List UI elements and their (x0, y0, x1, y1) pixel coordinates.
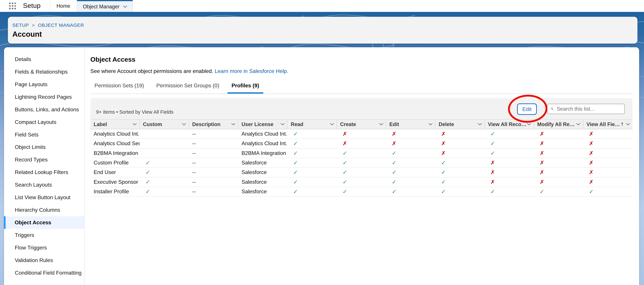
column-header-modify-all-rec[interactable]: Modify All Rec... (534, 120, 583, 129)
chevron-down-icon[interactable] (379, 123, 383, 126)
sidebar-item-list-view-button-layout[interactable]: List View Button Layout (4, 191, 84, 204)
breadcrumb-object-manager-link[interactable]: OBJECT MANAGER (38, 23, 84, 28)
chevron-down-icon[interactable] (428, 123, 432, 126)
column-header-edit[interactable]: Edit (386, 120, 435, 129)
column-header-view-all-fiel[interactable]: View All Fiel...↑ (583, 120, 632, 129)
check-icon: ✓ (490, 140, 495, 147)
column-header-delete[interactable]: Delete (435, 120, 485, 129)
custom-check-icon: ✓ (146, 160, 150, 166)
chevron-down-icon[interactable] (626, 123, 630, 126)
table-row: Installer Profile✓--Salesforce✓✓✓✓✓✓✓ (90, 187, 632, 196)
nav-tab-home[interactable]: Home (50, 0, 77, 12)
breadcrumb-setup-link[interactable]: SETUP (12, 23, 29, 28)
sidebar-item-field-sets[interactable]: Field Sets (4, 128, 84, 141)
sidebar-item-object-limits[interactable]: Object Limits (4, 141, 84, 154)
sidebar-item-details[interactable]: Details (4, 53, 84, 66)
column-header-read[interactable]: Read (288, 120, 337, 129)
check-icon: ✓ (293, 130, 298, 137)
cell-modify-all-records: ✗ (534, 158, 583, 167)
column-header-view-all-recor[interactable]: View All Recor... (485, 120, 534, 129)
chevron-down-icon[interactable] (280, 123, 284, 126)
column-header-label[interactable]: Label (90, 120, 140, 129)
cell-create: ✓ (337, 158, 386, 167)
cell-modify-all-records: ✓ (534, 187, 583, 196)
check-icon: ✓ (293, 150, 298, 156)
cell-label: Analytics Cloud Sec... (90, 139, 140, 148)
sidebar-item-hierarchy-columns[interactable]: Hierarchy Columns (4, 204, 84, 216)
cell-edit: ✗ (386, 139, 435, 148)
sidebar-item-search-layouts[interactable]: Search Layouts (4, 178, 84, 191)
edit-button[interactable]: Edit (517, 104, 537, 115)
cell-description: -- (189, 139, 238, 148)
list-search[interactable] (547, 104, 625, 114)
cell-view-all-records: ✗ (485, 168, 534, 177)
chevron-down-icon[interactable] (133, 123, 137, 126)
sidebar-item-lightning-record-pages[interactable]: Lightning Record Pages (4, 91, 84, 103)
cell-read: ✓ (288, 148, 337, 158)
check-icon: ✓ (490, 188, 495, 195)
cell-custom (140, 129, 189, 138)
global-nav-bar: Setup HomeObject Manager (0, 0, 644, 12)
cell-edit: ✓ (386, 158, 435, 167)
chevron-down-icon[interactable] (478, 123, 482, 126)
check-icon: ✓ (540, 188, 544, 195)
app-launcher-icon[interactable] (9, 2, 16, 10)
cell-delete: ✓ (435, 177, 485, 186)
sidebar-item-validation-rules[interactable]: Validation Rules (4, 254, 84, 266)
cell-view-all-records: ✗ (485, 177, 534, 186)
cell-view-all-records: ✓ (485, 148, 534, 158)
sidebar-item-conditional-field-formatting[interactable]: Conditional Field Formatting (4, 266, 84, 279)
help-link[interactable]: Learn more in Salesforce Help. (215, 68, 288, 74)
sidebar-item-flow-triggers[interactable]: Flow Triggers (4, 242, 84, 254)
check-icon: ✓ (441, 169, 446, 176)
sidebar-item-related-lookup-filters[interactable]: Related Lookup Filters (4, 166, 84, 178)
column-header-description[interactable]: Description (189, 120, 238, 129)
chevron-down-icon[interactable] (182, 123, 186, 126)
cell-edit: ✓ (386, 148, 435, 158)
cell-delete: ✗ (435, 139, 485, 148)
cell-modify-all-records: ✗ (534, 177, 583, 186)
column-header-user-license[interactable]: User License (238, 120, 288, 129)
sidebar-item-page-layouts[interactable]: Page Layouts (4, 78, 84, 91)
global-nav-tabs: HomeObject Manager (50, 0, 133, 12)
description-text: See where Account object permissions are… (90, 68, 213, 74)
nav-tab-object-manager[interactable]: Object Manager (77, 0, 133, 12)
cell-custom: ✓ (140, 187, 189, 196)
check-icon: ✓ (490, 150, 495, 156)
chevron-down-icon[interactable] (527, 123, 531, 126)
list-summary: 9+ items • Sorted by View All Fields (96, 109, 174, 115)
tab-permission-set-groups-0[interactable]: Permission Set Groups (0) (152, 82, 224, 94)
check-icon: ✓ (342, 188, 347, 195)
cross-icon: ✗ (441, 140, 446, 147)
check-icon: ✓ (342, 150, 347, 156)
section-description: See where Account object permissions are… (90, 68, 639, 74)
list-toolbar: 9+ items • Sorted by View All Fields Edi… (90, 98, 632, 119)
cross-icon: ✗ (342, 130, 347, 137)
column-header-create[interactable]: Create (337, 120, 386, 129)
chevron-down-icon[interactable] (123, 6, 127, 8)
sidebar-item-buttons-links-and-actions[interactable]: Buttons, Links, and Actions (4, 103, 84, 116)
column-header-custom[interactable]: Custom (140, 120, 189, 129)
sidebar-item-object-access[interactable]: Object Access (4, 216, 84, 229)
cell-view-all-fields: ✗ (583, 139, 632, 148)
tab-permission-sets-19[interactable]: Permission Sets (19) (90, 82, 148, 94)
chevron-down-icon[interactable] (231, 123, 235, 126)
chevron-down-icon[interactable] (330, 123, 334, 126)
column-header-label: Custom (143, 122, 182, 127)
search-input[interactable] (556, 106, 624, 112)
cell-view-all-records: ✗ (485, 158, 534, 167)
table-body: Analytics Cloud Int...--Analytics Cloud … (90, 129, 632, 196)
cell-user-license: Analytics Cloud Int... (238, 129, 288, 138)
sidebar-item-record-types[interactable]: Record Types (4, 154, 84, 166)
cell-read: ✓ (288, 158, 337, 167)
cross-icon: ✗ (490, 169, 495, 176)
sidebar-item-triggers[interactable]: Triggers (4, 229, 84, 242)
sidebar-item-compact-layouts[interactable]: Compact Layouts (4, 116, 84, 128)
sidebar-item-fields-relationships[interactable]: Fields & Relationships (4, 66, 84, 78)
chevron-down-icon[interactable] (576, 123, 580, 126)
cell-user-license: Salesforce (238, 158, 288, 167)
check-icon: ✓ (441, 188, 446, 195)
cell-label: Custom Profile (90, 158, 140, 167)
cell-read: ✓ (288, 177, 337, 186)
tab-profiles-9[interactable]: Profiles (9) (228, 82, 263, 94)
